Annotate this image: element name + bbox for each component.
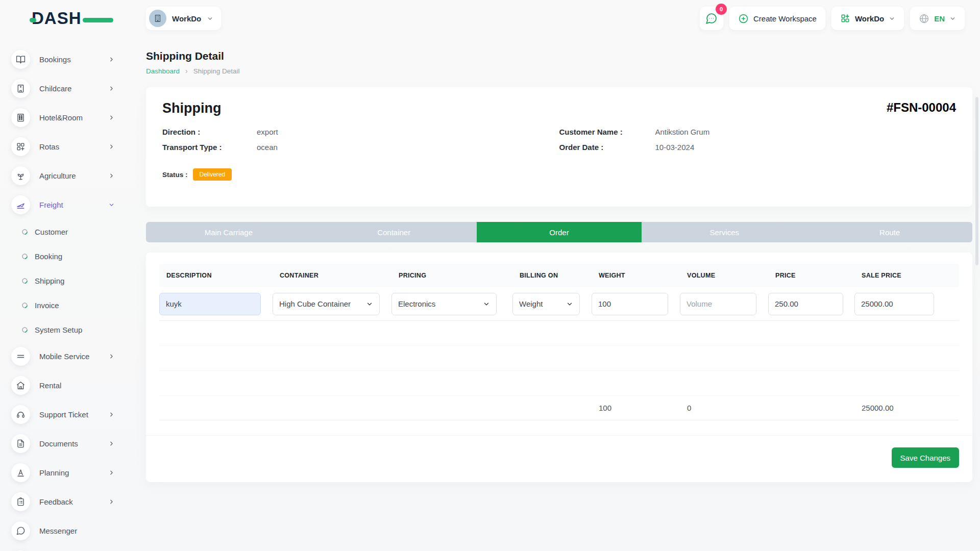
menu-lines-icon — [11, 347, 30, 366]
col-container: CONTAINER — [273, 272, 391, 279]
fields-left-column: Direction : export Transport Type : ocea… — [162, 124, 559, 181]
sidebar-subitem-label: Booking — [35, 252, 62, 261]
order-row: High Cube Container Electronics Weight — [159, 287, 959, 321]
messages-count-badge: 0 — [716, 4, 727, 15]
sidebar-item-childcare[interactable]: Childcare — [0, 74, 146, 103]
bullet-ring-icon — [21, 325, 29, 334]
workspace-name: WorkDo — [172, 14, 201, 23]
col-weight: WEIGHT — [592, 272, 680, 279]
sidebar-item-planning[interactable]: Planning — [0, 458, 146, 487]
sidebar-item-rental[interactable]: Rental — [0, 371, 146, 400]
breadcrumb: Dashboard › Shipping Detail — [146, 67, 972, 75]
create-workspace-button[interactable]: Create Workspace — [729, 7, 825, 30]
sidebar-item-documents[interactable]: Documents — [0, 429, 146, 458]
sidebar-item-hotel-room[interactable]: Hotel&Room — [0, 103, 146, 132]
totals-row: 100 0 25000.00 — [159, 396, 959, 420]
customer-name-label: Customer Name : — [559, 124, 655, 140]
tab-container[interactable]: Container — [311, 222, 477, 242]
grid-plus-icon — [840, 13, 850, 23]
card-title: Shipping — [162, 101, 221, 116]
page-scrollbar[interactable] — [975, 97, 978, 265]
customer-name-value: Antikstion Grum — [655, 124, 710, 140]
sidebar-item-bookings[interactable]: Bookings — [0, 45, 146, 74]
sidebar-item-label: Feedback — [39, 497, 73, 506]
app-root: DASH WorkDo 0 Create Wo — [0, 0, 980, 551]
container-select-value: High Cube Container — [279, 299, 351, 308]
chevron-right-icon — [108, 411, 115, 418]
pricing-select[interactable]: Electronics — [391, 293, 497, 315]
tab-main-carriage[interactable]: Main Carriage — [146, 222, 311, 242]
chevron-separator-icon: › — [185, 67, 188, 75]
sidebar-item-label: Rotas — [39, 142, 59, 151]
sidebar-item-freight[interactable]: Freight — [0, 190, 146, 219]
sidebar-item-messenger[interactable]: Messenger — [0, 516, 146, 545]
weight-input[interactable] — [592, 293, 668, 315]
volume-input[interactable] — [680, 293, 756, 315]
document-icon — [11, 434, 30, 453]
chevron-down-icon — [108, 202, 115, 208]
bullet-ring-icon — [21, 301, 29, 309]
hotel-building-icon — [11, 108, 30, 127]
chevron-down-icon — [483, 300, 490, 308]
footer-divider — [146, 435, 972, 436]
chat-bubble-icon — [705, 12, 718, 25]
language-selector[interactable]: EN — [910, 7, 965, 30]
save-changes-button[interactable]: Save Changes — [892, 447, 959, 468]
childcare-building-icon — [11, 79, 30, 98]
price-input[interactable] — [768, 293, 843, 315]
sale-price-input[interactable] — [854, 293, 934, 315]
col-description: DESCRIPTION — [159, 272, 273, 279]
logo-accent-bar — [83, 18, 113, 22]
workdo-menu-label: WorkDo — [855, 14, 884, 23]
sidebar-item-label: Planning — [39, 468, 69, 477]
sidebar-item-feedback[interactable]: Feedback — [0, 487, 146, 516]
tab-order[interactable]: Order — [477, 222, 642, 242]
create-workspace-label: Create Workspace — [753, 14, 817, 23]
sidebar-subitem-customer[interactable]: Customer — [0, 219, 146, 244]
description-input[interactable] — [159, 293, 261, 315]
col-billing-on: BILLING ON — [512, 272, 592, 279]
transport-type-label: Transport Type : — [162, 140, 257, 155]
sidebar-item-label: Hotel&Room — [39, 113, 83, 122]
empty-row — [159, 321, 959, 346]
chevron-right-icon — [108, 172, 115, 179]
sidebar-subitem-shipping[interactable]: Shipping — [0, 268, 146, 293]
sidebar-subitem-label: System Setup — [35, 325, 82, 334]
order-table-card: DESCRIPTION CONTAINER PRICING BILLING ON… — [146, 253, 972, 482]
app-logo[interactable]: DASH — [32, 9, 103, 28]
sidebar-item-agriculture[interactable]: Agriculture — [0, 161, 146, 190]
bullet-ring-icon — [21, 228, 29, 236]
billing-on-select[interactable]: Weight — [512, 293, 580, 315]
sidebar-item-support-ticket[interactable]: Support Ticket — [0, 400, 146, 429]
workdo-menu-button[interactable]: WorkDo — [831, 7, 904, 30]
sidebar-item-hospital[interactable]: Hospital — [0, 545, 146, 551]
chevron-right-icon — [108, 469, 115, 476]
order-date-label: Order Date : — [559, 140, 655, 155]
status-label: Status : — [162, 171, 188, 179]
language-code: EN — [934, 14, 945, 23]
breadcrumb-dashboard-link[interactable]: Dashboard — [146, 67, 180, 75]
workspace-selector[interactable]: WorkDo — [146, 7, 221, 30]
sidebar-subitem-booking[interactable]: Booking — [0, 244, 146, 268]
sidebar-subitem-system-setup[interactable]: System Setup — [0, 317, 146, 342]
direction-label: Direction : — [162, 124, 257, 140]
container-select[interactable]: High Cube Container — [273, 293, 380, 315]
sidebar-item-mobile-service[interactable]: Mobile Service — [0, 342, 146, 371]
transport-type-value: ocean — [257, 140, 278, 155]
shipping-summary-card: Shipping #FSN-00004 Direction : export T… — [146, 87, 972, 207]
col-sale-price: SALE PRICE — [854, 272, 959, 279]
tab-route[interactable]: Route — [807, 222, 972, 242]
plant-icon — [11, 166, 30, 185]
col-price: PRICE — [768, 272, 854, 279]
sidebar-item-label: Documents — [39, 439, 78, 448]
breadcrumb-current: Shipping Detail — [193, 67, 240, 75]
tab-services[interactable]: Services — [642, 222, 807, 242]
bullet-ring-icon — [21, 277, 29, 285]
sidebar-subitem-invoice[interactable]: Invoice — [0, 293, 146, 317]
order-date-value: 10-03-2024 — [655, 140, 695, 155]
sidebar-subitem-label: Invoice — [35, 301, 59, 310]
fields-right-column: Customer Name : Antikstion Grum Order Da… — [559, 124, 957, 181]
messages-button[interactable]: 0 — [700, 7, 723, 30]
col-pricing: PRICING — [391, 272, 512, 279]
sidebar-item-rotas[interactable]: Rotas — [0, 132, 146, 161]
